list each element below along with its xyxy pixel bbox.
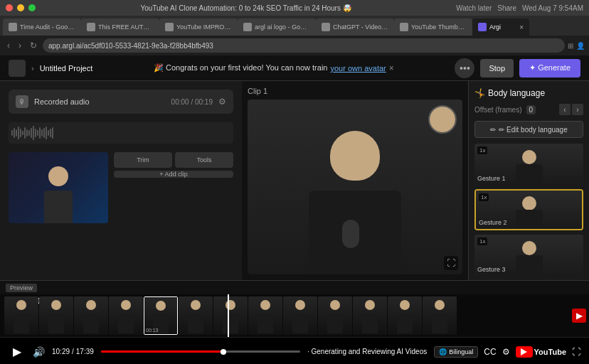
filmstrip-frame-6[interactable] xyxy=(179,296,213,335)
address-text: app.argl.ai/ac5df010-5533-4821-9e3a-f28b… xyxy=(48,42,213,50)
extensions-icon: ⊞ xyxy=(568,42,573,50)
frame-body-6 xyxy=(188,314,203,333)
back-btn[interactable]: ‹ xyxy=(4,39,13,52)
browser-chrome: YouTube AI Clone Automation: 0 to 24k SE… xyxy=(0,0,589,55)
filmstrip-frame-12[interactable] xyxy=(388,296,422,335)
volume-btn[interactable]: 🔊 xyxy=(33,346,45,358)
wbar xyxy=(43,128,45,138)
player-settings-btn[interactable]: ⚙ xyxy=(502,347,510,357)
address-bar[interactable]: app.argl.ai/ac5df010-5533-4821-9e3a-f28b… xyxy=(43,38,565,53)
preview-label: Preview xyxy=(6,284,37,292)
frame-person-8 xyxy=(248,296,282,335)
tab-label-6: YouTube Thumbnails... xyxy=(411,23,467,31)
progress-dot xyxy=(221,349,226,355)
watch-later-btn[interactable]: Watch later xyxy=(456,4,492,12)
filmstrip[interactable]: MORE VIDEOS 00:13 xyxy=(0,294,589,337)
refresh-btn[interactable]: ↻ xyxy=(27,39,40,52)
offset-next-btn[interactable]: › xyxy=(572,104,583,115)
audio-track: 🎙 Recorded audio 00:00 / 00:19 ⚙ xyxy=(9,90,233,114)
wbar xyxy=(52,127,53,139)
filmstrip-frame-10[interactable] xyxy=(318,296,352,335)
frame-head-8 xyxy=(260,300,270,310)
tab-label-2: This FREE AUTOMATI... xyxy=(98,23,154,31)
frame-head-3 xyxy=(86,300,96,310)
expand-btn[interactable]: ⛶ xyxy=(444,256,458,270)
filmstrip-frame-2[interactable] xyxy=(39,296,73,335)
left-bottom: Trim Tools + Add clip xyxy=(9,152,233,223)
gesture-head-2 xyxy=(522,196,536,210)
youtube-icon xyxy=(516,346,533,358)
frame-head-2 xyxy=(51,300,61,310)
audio-time: 00:00 / 00:19 xyxy=(171,98,213,106)
tools-btn[interactable]: Tools xyxy=(175,152,233,168)
center-panel: Clip 1 ⛶ xyxy=(242,81,468,280)
bilingual-flag: 🌐 xyxy=(439,348,447,355)
filmstrip-frame-3[interactable] xyxy=(74,296,108,335)
traffic-light-red[interactable] xyxy=(6,4,13,11)
offset-nav: ‹ › xyxy=(559,104,583,115)
frame-person-4 xyxy=(109,296,143,335)
tab-1[interactable]: Time Audit - Google S... xyxy=(3,18,81,36)
tab-4[interactable]: argl ai logo - Google S... xyxy=(238,18,316,36)
gesture-item-2[interactable]: 1x Gesture 2 xyxy=(474,189,583,230)
avatar-image xyxy=(430,107,455,132)
wbar xyxy=(11,130,13,136)
play-pause-btn[interactable]: ▶ xyxy=(9,343,26,360)
traffic-light-green[interactable] xyxy=(28,4,36,11)
tab-6[interactable]: YouTube Thumbnails... xyxy=(394,18,472,36)
video-person-head xyxy=(330,131,380,181)
fullscreen-btn[interactable]: ⛶ xyxy=(572,347,580,357)
nav-icons: ⊞ 👤 xyxy=(568,42,585,50)
tab-3[interactable]: YouTube IMPROVEME... xyxy=(159,18,238,36)
filmstrip-frame-9[interactable] xyxy=(283,296,317,335)
body-language-title: 🤸 Body language xyxy=(474,88,583,98)
project-name[interactable]: Untitled Project xyxy=(40,64,93,73)
gesture-item-3[interactable]: 1x Gesture 3 xyxy=(474,235,583,276)
offset-label: Offset (frames) xyxy=(474,106,522,114)
filmstrip-frame-11[interactable] xyxy=(353,296,387,335)
traffic-light-yellow[interactable] xyxy=(17,4,24,11)
wbar xyxy=(28,130,30,136)
more-options-btn[interactable]: ••• xyxy=(455,58,474,78)
notification-close[interactable]: × xyxy=(389,63,394,73)
youtube-text: YouTube xyxy=(534,348,566,356)
offset-prev-btn[interactable]: ‹ xyxy=(559,104,571,115)
tab-favicon-6 xyxy=(400,23,408,31)
filmstrip-frame-1[interactable] xyxy=(4,296,38,335)
tab-close-active[interactable]: × xyxy=(519,23,524,31)
tab-active[interactable]: Argi × xyxy=(472,18,529,36)
gesture-item-1[interactable]: 1x Gesture 1 xyxy=(474,144,583,185)
tab-2[interactable]: This FREE AUTOMATI... xyxy=(81,18,159,36)
edit-body-language-btn[interactable]: ✏ ✏ Edit body language xyxy=(474,121,583,138)
bilingual-btn[interactable]: 🌐 Bilingual xyxy=(434,346,478,358)
progress-bar[interactable] xyxy=(101,350,300,353)
notification-link[interactable]: your own avatar xyxy=(330,64,386,73)
forward-btn[interactable]: › xyxy=(16,39,24,52)
video-title: · Generating and Reviewing AI Videos xyxy=(307,348,427,355)
audio-settings-icon[interactable]: ⚙ xyxy=(218,97,226,107)
frame-person-10 xyxy=(318,296,352,335)
tab-favicon-2 xyxy=(87,23,95,31)
filmstrip-frame-5[interactable]: 00:13 xyxy=(144,296,178,335)
window-time: Wed Aug 7 9:54AM xyxy=(522,4,583,12)
filmstrip-frame-4[interactable] xyxy=(109,296,143,335)
generate-button[interactable]: ✦ Generate xyxy=(519,59,580,77)
filmstrip-next-btn[interactable]: ▶ xyxy=(572,309,586,323)
captions-btn[interactable]: CC xyxy=(484,347,496,357)
thumbnail-image xyxy=(9,152,108,223)
add-clip-btn[interactable]: + Add clip xyxy=(114,171,233,178)
tab-5[interactable]: ChatGPT - Video Thu... xyxy=(316,18,394,36)
tab-label-active: Argi xyxy=(489,23,501,31)
stop-button[interactable]: Stop xyxy=(480,59,514,77)
share-btn[interactable]: Share xyxy=(497,4,516,12)
filmstrip-frame-7[interactable] xyxy=(213,296,248,335)
filmstrip-frame-8[interactable] xyxy=(248,296,282,335)
gesture-tag-2: 1x xyxy=(479,193,489,201)
frame-body-10 xyxy=(327,314,343,333)
wbar xyxy=(37,130,38,136)
timeline-buttons: Trim Tools xyxy=(114,152,233,168)
frame-head-9 xyxy=(295,300,305,310)
frame-person-7 xyxy=(213,296,248,335)
filmstrip-frame-13[interactable] xyxy=(423,296,457,335)
trim-btn[interactable]: Trim xyxy=(114,152,172,168)
